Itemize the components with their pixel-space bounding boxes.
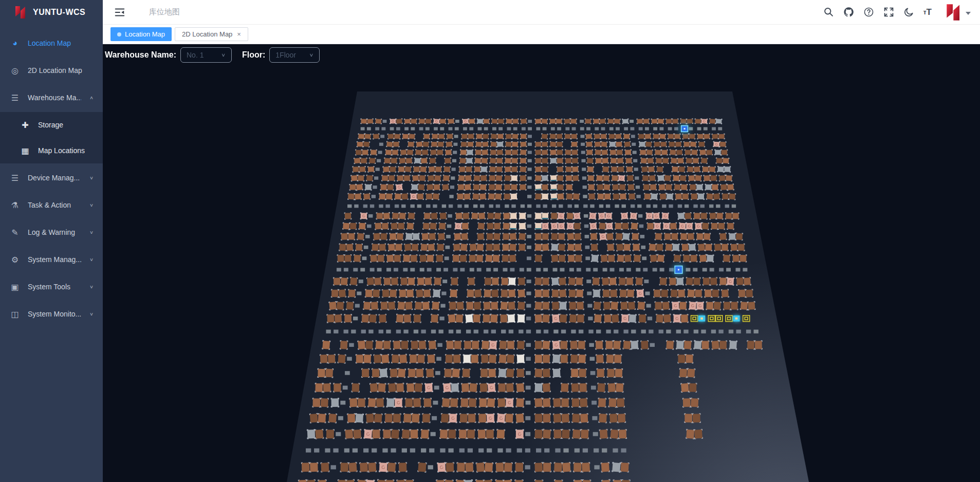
- font-size-icon[interactable]: тT: [923, 7, 932, 17]
- sidebar-item-label: Storage: [38, 121, 103, 129]
- sidebar-item-storage[interactable]: ✚Storage: [0, 112, 103, 138]
- breadcrumb: 库位地图: [149, 7, 180, 17]
- user-avatar[interactable]: [943, 4, 971, 21]
- chevron-down-icon: ∨: [89, 311, 94, 317]
- sidebar-item-label: 2D Location Map: [28, 66, 103, 75]
- flask-icon: ⚗: [10, 200, 20, 210]
- sidebar-item-log-warning[interactable]: ✎Log & Warning∨: [0, 219, 103, 245]
- map-controls: Warehouse Name: No. 1 ∨ Floor: 1Floor ∨: [103, 45, 320, 65]
- gear-icon: ⚙: [10, 255, 20, 265]
- image-icon: ▦: [21, 146, 30, 156]
- chevron-down-icon: ∨: [89, 230, 94, 235]
- github-icon[interactable]: [843, 7, 854, 17]
- floor-label: Floor:: [242, 50, 265, 60]
- submenu-group: ✚Storage▦Map Locations: [0, 112, 103, 163]
- tab-label: Location Map: [125, 30, 165, 38]
- compass-icon: ◎: [10, 66, 20, 76]
- sidebar-item-label: Warehouse Ma...: [28, 94, 81, 102]
- sidebar: YUNTU-WCS ◕Location Map◎2D Location Map☰…: [0, 0, 103, 482]
- sidebar-item-label: System Monito...: [28, 310, 81, 318]
- dashboard-icon: ◕: [10, 39, 20, 48]
- tab-location-map[interactable]: Location Map: [110, 27, 172, 41]
- sidebar-item-system-monitoring[interactable]: ◫System Monito...∨: [0, 301, 103, 327]
- sidebar-item-2d-location-map[interactable]: ◎2D Location Map: [0, 58, 103, 83]
- sidebar-item-system-tools[interactable]: ▣System Tools∨: [0, 274, 103, 300]
- warehouse-3d-map[interactable]: [103, 44, 980, 482]
- top-header: 库位地图: [103, 0, 980, 25]
- dark-mode-icon[interactable]: [903, 7, 914, 17]
- toolbox-icon: ▣: [10, 282, 20, 292]
- chevron-down-icon: [966, 12, 971, 15]
- search-icon[interactable]: [823, 7, 834, 17]
- app-title: YUNTU-WCS: [33, 8, 85, 17]
- list-icon: ☰: [10, 173, 20, 183]
- sidebar-nav: ◕Location Map◎2D Location Map☰Warehouse …: [0, 25, 103, 328]
- list-icon: ☰: [10, 93, 20, 103]
- logo: YUNTU-WCS: [0, 0, 103, 25]
- chevron-down-icon: ∨: [89, 284, 94, 289]
- sidebar-item-label: Location Map: [28, 39, 103, 47]
- sidebar-item-label: System Manag...: [28, 255, 81, 264]
- help-icon[interactable]: [863, 7, 874, 17]
- warehouse-select[interactable]: No. 1 ∨: [180, 47, 232, 63]
- chevron-down-icon: ∨: [89, 175, 94, 180]
- tab-bar: Location Map2D Location Map×: [103, 25, 980, 44]
- sidebar-item-label: System Tools: [28, 283, 81, 291]
- sidebar-item-location-map[interactable]: ◕Location Map: [0, 30, 103, 56]
- sidebar-item-device-management[interactable]: ☰Device Manag...∨: [0, 165, 103, 191]
- sidebar-item-label: Task & Action: [28, 201, 81, 209]
- edit-icon: ✎: [10, 228, 20, 237]
- sidebar-item-task-action[interactable]: ⚗Task & Action∨: [0, 192, 103, 218]
- monitor-icon: ◫: [10, 309, 20, 319]
- chevron-down-icon: ∨: [221, 52, 226, 58]
- sidebar-item-label: Device Manag...: [28, 174, 81, 182]
- active-tab-dot: [117, 32, 121, 36]
- app-root: YUNTU-WCS ◕Location Map◎2D Location Map☰…: [0, 0, 980, 482]
- floor-select[interactable]: 1Floor ∨: [269, 47, 320, 63]
- main-area: 库位地图: [103, 0, 980, 482]
- chevron-down-icon: ∨: [309, 52, 314, 58]
- sidebar-item-label: Map Locations: [38, 146, 103, 155]
- chevron-down-icon: ∨: [89, 257, 94, 262]
- sidebar-item-warehouse-map[interactable]: ☰Warehouse Ma...∧: [0, 85, 103, 110]
- avatar-logo-icon: [943, 4, 963, 21]
- brand-logo-icon: [13, 6, 27, 19]
- tab-label: 2D Location Map: [182, 30, 232, 38]
- menu-fold-icon[interactable]: [114, 7, 125, 18]
- fullscreen-icon[interactable]: [883, 7, 894, 17]
- sidebar-item-system-management[interactable]: ⚙System Manag...∨: [0, 247, 103, 272]
- map-viewport: Warehouse Name: No. 1 ∨ Floor: 1Floor ∨: [103, 44, 980, 482]
- warehouse-name-label: Warehouse Name:: [105, 50, 176, 60]
- sidebar-item-map-locations[interactable]: ▦Map Locations: [0, 138, 103, 163]
- tab-2d-location-map[interactable]: 2D Location Map×: [175, 27, 248, 41]
- header-actions: тT: [823, 4, 971, 21]
- move-icon: ✚: [21, 120, 30, 130]
- sidebar-item-label: Log & Warning: [28, 228, 81, 236]
- chevron-up-icon: ∧: [89, 95, 94, 100]
- chevron-down-icon: ∨: [89, 202, 94, 208]
- tab-close-icon[interactable]: ×: [237, 30, 241, 38]
